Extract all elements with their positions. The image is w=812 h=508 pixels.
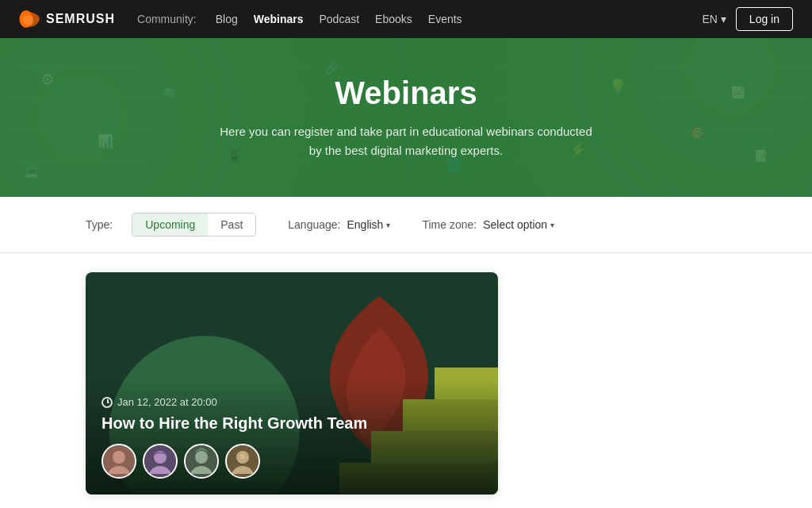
language-filter-group: Language: English ▾: [288, 218, 390, 231]
svg-point-13: [240, 454, 245, 459]
svg-point-10: [195, 451, 208, 464]
logo[interactable]: SEMRUSH: [19, 10, 115, 28]
card-title: How to Hire the Right Growth Team: [102, 414, 482, 433]
filter-bar: Type: Upcoming Past Language: English ▾ …: [0, 197, 812, 253]
speaker-avatar-3: [184, 444, 219, 479]
nav-ebooks[interactable]: Ebooks: [375, 13, 412, 25]
svg-point-6: [113, 451, 125, 464]
language-value: English: [347, 218, 383, 231]
hero-section: ⚙ 📊 🔍 📱 💡 🎯 📈 ⚡ 🔗 🌐 💻 📝 Webinars Here yo…: [0, 38, 812, 197]
nav-podcast[interactable]: Podcast: [320, 13, 360, 25]
card-image: Jan 12, 2022 at 20:00 How to Hire the Ri…: [86, 272, 498, 495]
hero-title: Webinars: [216, 75, 596, 111]
hero-content: Webinars Here you can register and take …: [216, 75, 596, 160]
timezone-dropdown[interactable]: Select option ▾: [483, 218, 554, 231]
timezone-filter-label: Time zone:: [422, 218, 477, 231]
nav-right: EN ▾ Log in: [702, 7, 793, 31]
speaker-avatar-1: [102, 444, 136, 479]
card-speakers: [102, 444, 482, 479]
hero-subtitle: Here you can register and take part in e…: [216, 122, 596, 160]
nav-webinars[interactable]: Webinars: [254, 13, 304, 25]
chevron-down-icon: ▾: [550, 221, 554, 229]
clock-icon: [102, 397, 113, 408]
nav-blog[interactable]: Blog: [216, 13, 238, 25]
chevron-down-icon: ▾: [386, 221, 390, 229]
main-nav: SEMRUSH Community: Blog Webinars Podcast…: [0, 0, 812, 38]
login-button[interactable]: Log in: [736, 7, 793, 31]
upcoming-button[interactable]: Upcoming: [132, 214, 208, 236]
type-filter-label: Type:: [86, 218, 113, 231]
nav-events[interactable]: Events: [428, 13, 462, 25]
timezone-value: Select option: [483, 218, 547, 231]
card-date: Jan 12, 2022 at 20:00: [102, 396, 482, 408]
semrush-logo-icon: [19, 10, 41, 28]
language-filter-label: Language:: [288, 218, 340, 231]
language-selector[interactable]: EN ▾: [702, 13, 726, 25]
nav-links: Community: Blog Webinars Podcast Ebooks …: [137, 13, 702, 25]
speaker-avatar-4: [225, 444, 260, 479]
language-dropdown[interactable]: English ▾: [347, 218, 390, 231]
card-overlay: Jan 12, 2022 at 20:00 How to Hire the Ri…: [86, 380, 498, 495]
type-toggle: Upcoming Past: [132, 213, 256, 237]
logo-text: SEMRUSH: [46, 12, 115, 26]
speaker-avatar-2: [143, 444, 178, 479]
timezone-filter-group: Time zone: Select option ▾: [422, 218, 554, 231]
content-area: Jan 12, 2022 at 20:00 How to Hire the Ri…: [0, 253, 812, 508]
webinar-card[interactable]: Jan 12, 2022 at 20:00 How to Hire the Ri…: [86, 272, 498, 495]
past-button[interactable]: Past: [208, 214, 255, 236]
community-label: Community:: [137, 13, 197, 25]
chevron-down-icon: ▾: [721, 13, 726, 25]
